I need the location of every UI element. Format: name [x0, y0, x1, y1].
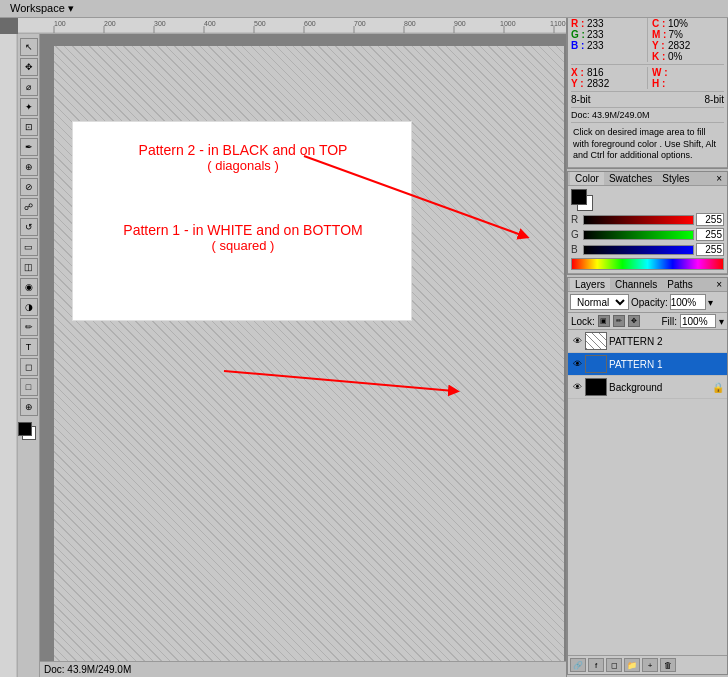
tool-heal[interactable]: ⊕: [20, 158, 38, 176]
tab-styles[interactable]: Styles: [657, 172, 694, 185]
arrow1: [304, 146, 534, 246]
color-spectrum[interactable]: [571, 258, 724, 270]
layers-panel-close[interactable]: ×: [713, 279, 725, 290]
color-g-row: G: [571, 228, 724, 241]
tool-crop[interactable]: ⊡: [20, 118, 38, 136]
tool-path[interactable]: ◻: [20, 358, 38, 376]
svg-text:1100: 1100: [550, 20, 566, 27]
link-layers-button[interactable]: 🔗: [570, 658, 586, 672]
opacity-input[interactable]: [670, 294, 706, 310]
tool-move[interactable]: ✥: [20, 58, 38, 76]
color-r-slider[interactable]: [583, 215, 694, 225]
tab-color[interactable]: Color: [570, 172, 604, 185]
tool-magic[interactable]: ✦: [20, 98, 38, 116]
tool-lasso[interactable]: ⌀: [20, 78, 38, 96]
tool-eraser[interactable]: ▭: [20, 238, 38, 256]
tool-blur[interactable]: ◉: [20, 278, 38, 296]
tool-colors[interactable]: [18, 422, 40, 444]
tool-shape[interactable]: □: [20, 378, 38, 396]
menu-workspace[interactable]: Workspace ▾: [4, 2, 80, 15]
layers-options-bar: Normal Opacity: ▾: [568, 292, 727, 313]
tab-channels[interactable]: Channels: [610, 278, 662, 291]
new-group-button[interactable]: 📁: [624, 658, 640, 672]
status-bar: Doc: 43.9M/249.0M: [40, 661, 566, 677]
lock-paint-icon[interactable]: ✏: [613, 315, 625, 327]
info-x-val: 816: [587, 67, 604, 78]
toolbox: ↖ ✥ ⌀ ✦ ⊡ ✒ ⊕ ⊘ ☍ ↺ ▭ ◫ ◉ ◑ ✏ T ◻ □ ⊕: [18, 34, 40, 677]
svg-text:600: 600: [304, 20, 316, 27]
info-message: Click on desired image area to fill with…: [571, 125, 724, 164]
color-panel-close[interactable]: ×: [713, 173, 725, 184]
tool-clone[interactable]: ☍: [20, 198, 38, 216]
info-y-coord-row: Y : 2832: [571, 78, 643, 89]
color-panel-content: R G B: [568, 186, 727, 274]
fill-input[interactable]: [680, 314, 716, 328]
lock-position-icon[interactable]: ✥: [628, 315, 640, 327]
layer-eye-pattern2[interactable]: 👁: [571, 335, 583, 347]
color-g-slider[interactable]: [583, 230, 694, 240]
lock-label: Lock:: [571, 316, 595, 327]
color-g-value[interactable]: [696, 228, 724, 241]
info-panel-window: Navigator Histogram Info × R : 233: [567, 0, 728, 169]
color-title-bar: Color Swatches Styles ×: [568, 172, 727, 186]
tab-paths[interactable]: Paths: [662, 278, 698, 291]
tool-eyedropper[interactable]: ✒: [20, 138, 38, 156]
delete-layer-button[interactable]: 🗑: [660, 658, 676, 672]
tool-gradient[interactable]: ◫: [20, 258, 38, 276]
tool-zoom[interactable]: ⊕: [20, 398, 38, 416]
tool-select[interactable]: ↖: [20, 38, 38, 56]
tool-history[interactable]: ↺: [20, 218, 38, 236]
info-m-val: 7%: [668, 29, 682, 40]
layer-row-pattern1[interactable]: 👁 PATTERN 1: [568, 353, 727, 376]
info-x-label: X :: [571, 67, 585, 78]
layer-row-pattern2[interactable]: 👁 PATTERN 2: [568, 330, 727, 353]
tab-layers[interactable]: Layers: [570, 278, 610, 291]
add-style-button[interactable]: f: [588, 658, 604, 672]
color-r-label: R: [571, 214, 581, 225]
tool-brush[interactable]: ⊘: [20, 178, 38, 196]
color-b-slider[interactable]: [583, 245, 694, 255]
svg-text:700: 700: [354, 20, 366, 27]
info-rgb: R : 233 G : 233 B : 233: [571, 18, 643, 62]
layer-eye-pattern1[interactable]: 👁: [571, 358, 583, 370]
fill-dropdown[interactable]: ▾: [719, 316, 724, 327]
info-k-row: K : 0%: [652, 51, 724, 62]
svg-line-25: [304, 156, 524, 236]
tab-swatches[interactable]: Swatches: [604, 172, 657, 185]
color-b-value[interactable]: [696, 243, 724, 256]
layer-row-background[interactable]: 👁 Background 🔒: [568, 376, 727, 399]
svg-line-27: [224, 371, 454, 391]
tool-type[interactable]: T: [20, 338, 38, 356]
document-canvas[interactable]: Pattern 2 - in BLACK and on TOP ( diagon…: [54, 46, 564, 673]
info-m-row: M : 7%: [652, 29, 724, 40]
info-y-row: Y : 2832: [652, 40, 724, 51]
info-k-label: K :: [652, 51, 666, 62]
color-fg-bg-swatches[interactable]: [571, 189, 593, 211]
info-b-label: B :: [571, 40, 585, 51]
info-g-val: 233: [587, 29, 604, 40]
new-layer-button[interactable]: +: [642, 658, 658, 672]
canvas-area: Pattern 2 - in BLACK and on TOP ( diagon…: [40, 34, 566, 677]
status-doc-size: Doc: 43.9M/249.0M: [44, 664, 131, 675]
tool-dodge[interactable]: ◑: [20, 298, 38, 316]
add-mask-button[interactable]: ◻: [606, 658, 622, 672]
layers-panel-window: Layers Channels Paths × Normal Opacity: …: [567, 277, 728, 675]
info-c-val: 10%: [668, 18, 688, 29]
info-r-val: 233: [587, 18, 604, 29]
lock-transparency-icon[interactable]: ▣: [598, 315, 610, 327]
color-tabs: Color Swatches Styles: [570, 172, 713, 185]
color-r-value[interactable]: [696, 213, 724, 226]
info-y-val: 2832: [668, 40, 690, 51]
opacity-dropdown[interactable]: ▾: [708, 297, 713, 308]
info-k-val: 0%: [668, 51, 682, 62]
layer-thumb-pattern2: [585, 332, 607, 350]
layer-blend-select[interactable]: Normal: [570, 294, 629, 310]
info-panel-content: R : 233 G : 233 B : 233 C :: [568, 15, 727, 168]
layer-name-background: Background: [609, 382, 710, 393]
tool-pen[interactable]: ✏: [20, 318, 38, 336]
layers-lock-row: Lock: ▣ ✏ ✥ Fill: ▾: [568, 313, 727, 330]
svg-text:500: 500: [254, 20, 266, 27]
layer-thumb-pattern1: [585, 355, 607, 373]
layer-eye-background[interactable]: 👁: [571, 381, 583, 393]
color-fg-swatch[interactable]: [571, 189, 587, 205]
